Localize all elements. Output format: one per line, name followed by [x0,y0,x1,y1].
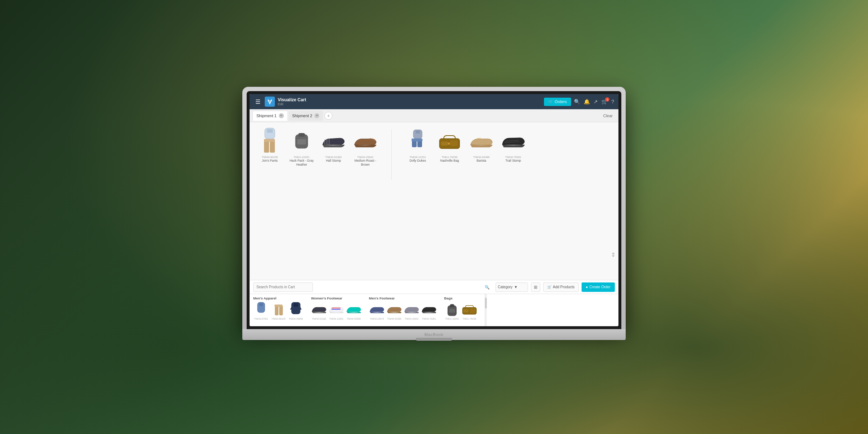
product-item[interactable]: TNKM-15642 Medium Roast - Brown [352,129,378,167]
svg-point-17 [448,142,450,145]
product-sku: TNKM-79361 [505,156,522,159]
catalog-section-title: Women's Footwear [311,296,362,300]
search-input[interactable] [253,282,313,292]
catalog-item-sku: TNKM-80229 [272,318,286,320]
product-grid: TNKM-80239 Jon's Pants [257,129,611,180]
product-item[interactable]: TNKU-76298 Nashville Bag [437,129,463,163]
product-image [289,129,314,154]
product-name: Hack Pack - Gray Heather [289,159,315,167]
tab-shipment1[interactable]: Shipment 1 ✕ [252,111,288,121]
product-image [321,129,346,154]
catalog-item[interactable]: TNKM-23679 [369,302,385,320]
help-icon[interactable]: ? [611,99,614,105]
macbook-frame: ☰ Visualize Cart Edit 🛒 [242,87,626,347]
product-image [501,129,526,154]
resize-handle[interactable]: ⇕ [611,251,616,258]
svg-rect-4 [264,139,275,142]
clear-button[interactable]: Clear [600,112,616,119]
cart-badge-icon[interactable]: 🛒 3 [601,99,608,105]
catalog-item[interactable]: TNKW-12851 [328,302,344,320]
tab-shipment1-close[interactable]: ✕ [279,113,284,118]
catalog-item[interactable]: TNKW-61383 [311,302,327,320]
catalog-items: TNKM-67961 [253,302,304,320]
catalog-section-title: Men's Footwear [369,296,437,300]
catalog-items: TNKM-23679 TNKW-64386 [369,302,437,320]
macbook-notch [416,338,452,341]
product-image [258,129,282,154]
catalog-item[interactable]: TNKU-76298 [461,302,477,320]
filter-button[interactable]: ⊞ [531,282,540,292]
product-sku: TNKW-64386 [473,156,489,159]
svg-rect-29 [463,309,468,312]
tab-shipment1-label: Shipment 1 [256,114,277,118]
scrollbar-thumb[interactable] [485,298,487,309]
catalog-section-title: Bags [444,296,477,300]
product-item[interactable]: TNKW-61383 Hall Stomp [320,129,346,163]
tab-shipment2-label: Shipment 2 [292,114,312,118]
product-name: Trail Stomp [505,159,521,163]
catalog-item[interactable]: TNKW-99669 [288,302,304,320]
catalog-items: TNKW-61383 [311,302,362,320]
catalog-item-image [421,302,437,318]
catalog-item-sku: TNKW-12851 [329,318,343,320]
catalog-item-image [444,302,460,318]
product-name: Dolly Dukes [409,159,426,163]
canvas-inner: TNKM-80239 Jon's Pants [250,122,618,280]
svg-rect-7 [297,139,306,145]
svg-rect-26 [450,304,454,307]
section-divider [391,129,392,180]
product-item[interactable]: TNKU-31951 Hack Pack - Gray Heather [289,129,315,167]
app-subtitle: Edit [278,102,306,106]
svg-rect-21 [279,305,283,315]
catalog-area: Men's Apparel TNKM-67961 [250,294,618,326]
svg-rect-16 [450,140,458,146]
catalog-section-bags: Bags [444,294,477,326]
catalog-section-mens-footwear: Men's Footwear TNKM-2367 [369,294,437,326]
product-sku: TNKM-15642 [357,156,374,159]
svg-rect-20 [275,305,278,315]
svg-rect-19 [259,303,263,306]
product-image [437,129,462,154]
product-item[interactable]: TNKW-12231 Dolly Dukes [405,129,431,163]
catalog-item[interactable]: TNKM-79361 [421,302,437,320]
catalog-scrollbar[interactable] [485,294,487,326]
catalog-item-sku: TNKW-50960 [346,318,361,320]
catalog-item-sku: TNKW-64386 [387,318,401,320]
product-item[interactable]: TNKW-64386 Barista [468,129,494,163]
catalog-item-sku: TNKM-79361 [422,318,436,320]
catalog-item-sku: TNKM-67961 [254,318,268,320]
catalog-section-mens-apparel: Men's Apparel TNKM-67961 [253,294,304,326]
search-icon[interactable]: 🔍 [574,99,580,105]
catalog-item-sku: TNKM-23679 [370,318,384,320]
orders-button[interactable]: 🛒 Orders [544,98,571,106]
bottom-toolbar: 🔍 Category ▼ ⊞ 🛒 Add Products ● [250,280,618,294]
product-name: Barista [477,159,486,163]
product-item[interactable]: TNKM-80239 Jon's Pants [257,129,283,163]
catalog-item[interactable]: TNKM-67961 [253,302,269,320]
share-icon[interactable]: ↗ [593,99,598,105]
catalog-item-image [386,302,402,318]
create-order-button[interactable]: ● Create Order [582,282,615,292]
catalog-item[interactable]: TNKM-80229 [271,302,286,320]
catalog-item[interactable]: TNKU-31951 [444,302,460,320]
catalog-item[interactable]: TNKW-64386 [386,302,402,320]
product-image [469,129,494,154]
product-name: Medium Roast - Brown [352,159,378,167]
search-icon: 🔍 [485,285,490,289]
catalog-item[interactable]: TNKM-15642 [404,302,420,320]
search-wrapper: 🔍 [253,282,493,292]
catalog-item-sku: TNKW-61383 [312,318,326,320]
app-logo [265,97,275,107]
macbook-base [242,329,626,340]
category-dropdown[interactable]: Category ▼ [495,282,528,292]
notification-icon[interactable]: 🔔 [584,99,590,105]
tab-shipment2-close[interactable]: ✕ [314,113,319,118]
catalog-item-image [404,302,420,318]
tab-shipment2[interactable]: Shipment 2 ✕ [289,111,323,121]
product-item[interactable]: TNKM-79361 Trail Stomp [500,129,526,163]
catalog-item[interactable]: TNKW-50960 [346,302,362,320]
menu-icon[interactable]: ☰ [254,97,262,107]
product-sku: TNKM-80239 [262,156,278,159]
add-products-button[interactable]: 🛒 Add Products [543,282,579,292]
add-tab-button[interactable]: + [324,112,332,120]
